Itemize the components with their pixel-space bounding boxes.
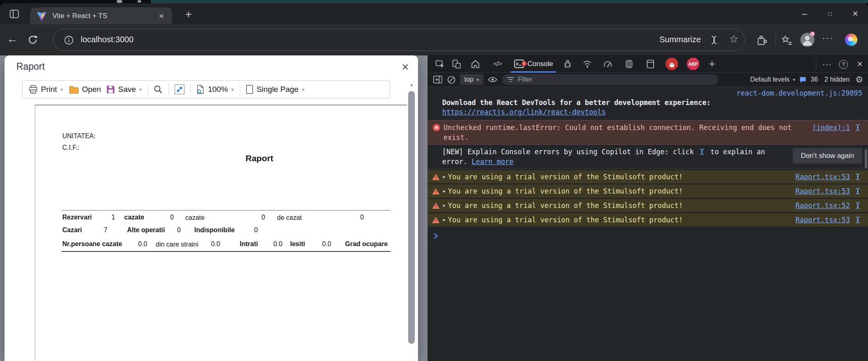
maximize-button[interactable]: □ (817, 3, 843, 24)
chevron-down-icon: ∨ (60, 87, 64, 91)
console-sidebar-icon[interactable] (433, 75, 443, 84)
favorite-star-icon[interactable]: ☆ (729, 33, 738, 46)
inspect-icon[interactable] (432, 55, 448, 73)
console-filter-input[interactable] (518, 76, 713, 83)
elements-icon[interactable]: </> (486, 55, 509, 73)
table-rule-top (61, 210, 391, 210)
source-link[interactable]: Raport.tsx:53 (795, 186, 850, 196)
browser-tab[interactable]: Vite + React + TS × (30, 7, 172, 24)
save-button[interactable]: Save ∨ (106, 85, 142, 94)
scrollbar-thumb[interactable] (408, 91, 415, 344)
network-icon[interactable] (577, 55, 597, 73)
adblock-plus-icon[interactable]: ABP (682, 55, 704, 73)
source-link[interactable]: Raport.tsx:53 (795, 215, 850, 225)
console-prompt[interactable] (428, 229, 868, 243)
vite-favicon-icon (37, 11, 47, 21)
expand-arrow-icon[interactable]: ▶ (443, 215, 445, 225)
copilot-icon[interactable] (845, 34, 857, 46)
summarize-button[interactable]: Summarize (659, 35, 701, 44)
open-button[interactable]: Open (69, 85, 101, 94)
dialog-close-icon[interactable]: × (398, 59, 413, 74)
fullscreen-button[interactable] (174, 84, 185, 95)
report-dialog: Raport × Print ∨ Open Save ∨ (5, 55, 418, 361)
url-text[interactable]: localhost:3000 (81, 35, 134, 44)
favorites-icon[interactable] (781, 34, 793, 46)
console-error-message: Unchecked runtime.lastError: Could not e… (428, 120, 868, 145)
device-emulation-icon[interactable] (448, 55, 465, 73)
save-label: Save (118, 85, 136, 94)
application-icon[interactable] (640, 55, 661, 73)
source-link[interactable]: react-dom.development.js:29895 (442, 89, 862, 98)
home-icon[interactable] (465, 55, 486, 73)
copilot-explain-icon[interactable] (853, 215, 862, 224)
copilot-explain-icon[interactable] (853, 187, 862, 196)
context-selector[interactable]: top ▾ (460, 74, 483, 85)
refresh-icon[interactable] (27, 34, 39, 46)
expand-arrow-icon[interactable]: ▶ (443, 172, 445, 182)
print-label: Print (41, 85, 57, 94)
issues-bug-icon[interactable] (558, 55, 577, 73)
issues-bubble-icon[interactable] (799, 76, 807, 83)
url-field[interactable]: localhost:3000 Summarize ☆ (53, 29, 745, 51)
copilot-summarize-icon[interactable] (709, 34, 720, 46)
table-cell: Cazari (62, 226, 82, 234)
new-tab-button[interactable]: + (181, 8, 196, 21)
zoom-control[interactable]: 100% ∨ (196, 85, 234, 94)
devtools-panel: </> Console (427, 55, 868, 361)
table-cell: 0 (254, 226, 258, 234)
filter-field[interactable] (502, 74, 718, 85)
copilot-explain-icon[interactable] (853, 201, 862, 210)
clear-console-icon[interactable] (447, 75, 456, 85)
more-tools-add-icon[interactable]: + (704, 55, 720, 73)
tab-bar: Vite + React + TS × + – □ × (0, 3, 868, 24)
table-cell: din care straini (156, 241, 198, 248)
expand-arrow-icon[interactable]: ▶ (443, 186, 445, 196)
back-icon[interactable]: ← (7, 32, 18, 46)
stop-hand-extension-icon[interactable] (661, 55, 682, 73)
performance-icon[interactable] (597, 55, 618, 73)
filter-icon (507, 77, 514, 82)
tab-console[interactable]: Console (509, 55, 558, 73)
default-levels-selector[interactable]: Default levels ▾ (750, 76, 795, 83)
source-link[interactable]: Raport.tsx:53 (795, 172, 850, 182)
devtools-scrollbar-thumb[interactable] (865, 149, 867, 169)
console-settings-icon[interactable]: ⚙ (855, 75, 863, 85)
table-cell: 0 (170, 214, 174, 221)
window-close-button[interactable]: × (843, 3, 868, 24)
console-warning-row: ▶ You are using a trial version of the S… (428, 170, 868, 183)
tab-title: Vite + React + TS (52, 12, 157, 20)
open-label: Open (82, 85, 101, 94)
extensions-icon[interactable] (756, 34, 768, 46)
copilot-explain-icon[interactable] (853, 172, 862, 181)
devtools-more-icon[interactable]: ··· (819, 59, 835, 69)
chevron-down-icon: ∨ (301, 87, 305, 91)
site-info-icon[interactable] (64, 35, 74, 46)
page-mode-control[interactable]: Single Page ∨ (245, 85, 305, 94)
dont-show-again-button[interactable]: Don't show again (793, 148, 862, 164)
context-label: top (464, 76, 473, 83)
minimize-button[interactable]: – (792, 3, 817, 24)
dialog-title: Raport (16, 61, 45, 72)
find-button[interactable] (153, 85, 163, 94)
scroll-up-icon[interactable]: ▲ (407, 82, 416, 87)
warning-text: You are using a trial version of the Sti… (448, 172, 683, 182)
console-message-link[interactable]: https://reactjs.org/link/react-devtools (442, 108, 606, 116)
hidden-count[interactable]: 2 hidden (825, 76, 850, 83)
expand-arrow-icon[interactable]: ▶ (443, 201, 445, 210)
devtools-close-icon[interactable]: × (852, 58, 868, 70)
report-scrollbar[interactable]: ▲ (407, 80, 416, 361)
settings-menu-icon[interactable]: ··· (822, 33, 834, 43)
caret-down-icon: ▾ (477, 77, 479, 82)
devtools-help-icon[interactable]: ? (835, 59, 852, 69)
tab-actions-icon[interactable] (9, 9, 20, 19)
source-link[interactable]: Raport.tsx:52 (795, 201, 850, 210)
copilot-explain-icon[interactable] (853, 123, 862, 132)
learn-more-link[interactable]: Learn more (472, 158, 514, 166)
print-button[interactable]: Print ∨ (28, 85, 64, 94)
memory-icon[interactable] (618, 55, 640, 73)
tab-close-icon[interactable]: × (157, 11, 166, 20)
levels-label: Default levels (750, 76, 789, 83)
background-window-strip (0, 0, 868, 3)
source-link[interactable]: (index):1 (812, 123, 850, 133)
live-expression-eye-icon[interactable] (487, 75, 498, 84)
